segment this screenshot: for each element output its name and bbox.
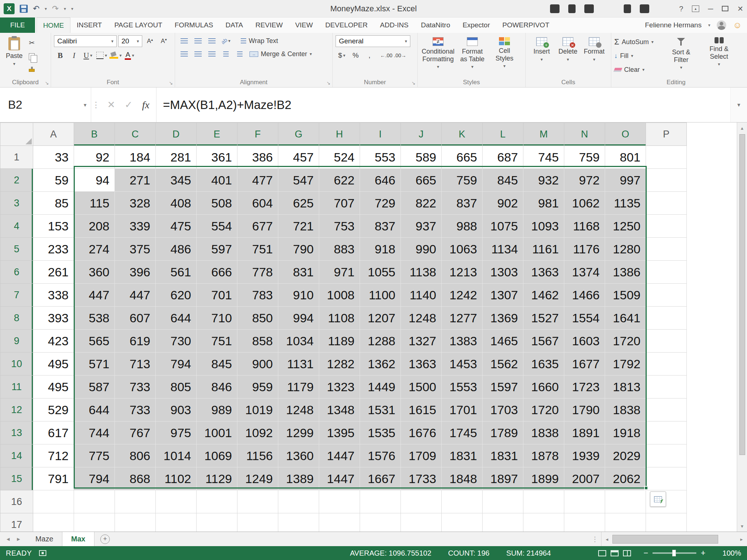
cell-A13[interactable]: 617: [33, 421, 74, 444]
row-header-7[interactable]: 7: [0, 284, 33, 307]
conditional-formatting-button[interactable]: ≠ Conditional Formatting ▾: [421, 35, 456, 78]
cell-G14[interactable]: 1360: [278, 444, 319, 467]
conditional-formatting-dropdown-icon[interactable]: ▾: [437, 65, 439, 70]
cell-I10[interactable]: 1362: [360, 353, 401, 376]
cell-D5[interactable]: 486: [156, 238, 197, 261]
cell-N9[interactable]: 1603: [564, 330, 605, 353]
sort-filter-button[interactable]: Sort & Filter ▾: [662, 35, 700, 78]
cell-P9[interactable]: [646, 330, 687, 353]
cell-C13[interactable]: 767: [115, 421, 156, 444]
cell-O17[interactable]: [605, 513, 646, 532]
row-header-2[interactable]: 2: [0, 169, 33, 192]
cell-I17[interactable]: [360, 513, 401, 532]
cell-E5[interactable]: 597: [197, 238, 237, 261]
cancel-formula-icon[interactable]: ✕: [107, 99, 115, 110]
cell-K11[interactable]: 1553: [442, 376, 483, 398]
cell-O7[interactable]: 1509: [605, 284, 646, 307]
cell-J10[interactable]: 1363: [401, 353, 442, 376]
cell-M15[interactable]: 1899: [523, 467, 564, 490]
tab-formulas[interactable]: FORMULAS: [169, 18, 220, 33]
row-header-16[interactable]: 16: [0, 490, 33, 513]
cell-I2[interactable]: 646: [360, 169, 401, 192]
cell-G1[interactable]: 457: [278, 146, 319, 169]
row-header-9[interactable]: 9: [0, 330, 33, 353]
cell-P13[interactable]: [646, 421, 687, 444]
cell-P1[interactable]: [646, 146, 687, 169]
cell-L16[interactable]: [483, 490, 523, 513]
cell-H16[interactable]: [319, 490, 360, 513]
cell-I7[interactable]: 1100: [360, 284, 401, 307]
percent-style-button[interactable]: %: [349, 50, 362, 61]
cell-M3[interactable]: 981: [523, 192, 564, 215]
cell-O14[interactable]: 2029: [605, 444, 646, 467]
cell-N1[interactable]: 759: [564, 146, 605, 169]
cell-J12[interactable]: 1615: [401, 398, 442, 421]
horizontal-scrollbar-thumb[interactable]: [612, 535, 718, 544]
cell-H15[interactable]: 1447: [319, 467, 360, 490]
zoom-out-icon[interactable]: −: [643, 549, 648, 557]
close-icon[interactable]: ✕: [737, 5, 743, 12]
cell-styles-dropdown-icon[interactable]: ▾: [503, 64, 506, 69]
cell-M11[interactable]: 1660: [523, 376, 564, 398]
cell-O15[interactable]: 2062: [605, 467, 646, 490]
cell-E13[interactable]: 1001: [197, 421, 237, 444]
cell-L8[interactable]: 1369: [483, 307, 523, 330]
cell-C1[interactable]: 184: [115, 146, 156, 169]
insert-function-icon[interactable]: fx: [142, 99, 150, 111]
cell-G9[interactable]: 1034: [278, 330, 319, 353]
cell-O5[interactable]: 1280: [605, 238, 646, 261]
insert-dropdown-icon[interactable]: ▾: [541, 57, 543, 62]
vertical-scrollbar[interactable]: ▴ ▾: [737, 122, 747, 532]
cell-N11[interactable]: 1723: [564, 376, 605, 398]
number-format-dropdown-icon[interactable]: ▾: [402, 39, 407, 44]
find-select-dropdown-icon[interactable]: ▾: [718, 62, 720, 67]
cell-D4[interactable]: 475: [156, 215, 197, 238]
cell-N16[interactable]: [564, 490, 605, 513]
cell-P8[interactable]: [646, 307, 687, 330]
cell-K14[interactable]: 1831: [442, 444, 483, 467]
cell-A3[interactable]: 85: [33, 192, 74, 215]
zoom-slider[interactable]: [653, 552, 696, 554]
paste-dropdown-icon[interactable]: ▾: [13, 62, 15, 67]
next-sheet-icon[interactable]: ▸: [17, 535, 20, 543]
sheet-tab-maze[interactable]: Maze: [27, 532, 62, 546]
cell-N6[interactable]: 1374: [564, 261, 605, 284]
cell-A12[interactable]: 529: [33, 398, 74, 421]
feedback-smiley-icon[interactable]: ☺: [733, 20, 742, 30]
cell-O6[interactable]: 1386: [605, 261, 646, 284]
format-dropdown-icon[interactable]: ▾: [593, 57, 595, 62]
cell-K10[interactable]: 1453: [442, 353, 483, 376]
tab-review[interactable]: REVIEW: [249, 18, 289, 33]
help-icon[interactable]: ?: [679, 5, 683, 12]
cell-G8[interactable]: 994: [278, 307, 319, 330]
cell-J14[interactable]: 1709: [401, 444, 442, 467]
cell-O13[interactable]: 1918: [605, 421, 646, 444]
delete-dropdown-icon[interactable]: ▾: [567, 57, 569, 62]
cell-M9[interactable]: 1567: [523, 330, 564, 353]
cell-E17[interactable]: [197, 513, 237, 532]
cell-J9[interactable]: 1327: [401, 330, 442, 353]
align-left-button[interactable]: [178, 48, 190, 59]
cell-D10[interactable]: 794: [156, 353, 197, 376]
cell-G2[interactable]: 547: [278, 169, 319, 192]
vertical-scrollbar-thumb[interactable]: [739, 134, 745, 455]
tab-insert[interactable]: INSERT: [70, 18, 108, 33]
cell-A7[interactable]: 338: [33, 284, 74, 307]
cell-L9[interactable]: 1465: [483, 330, 523, 353]
fill-dropdown-icon[interactable]: ▾: [631, 53, 633, 58]
cell-A2[interactable]: 59: [33, 169, 74, 192]
cell-C16[interactable]: [115, 490, 156, 513]
column-header-O[interactable]: O: [605, 123, 646, 146]
cell-K5[interactable]: 1063: [442, 238, 483, 261]
cell-P14[interactable]: [646, 444, 687, 467]
scroll-down-icon[interactable]: ▾: [737, 521, 747, 532]
format-as-table-button[interactable]: Format as Table ▾: [456, 35, 489, 78]
user-dropdown-icon[interactable]: ▾: [708, 23, 710, 28]
cell-O16[interactable]: [605, 490, 646, 513]
select-all-button[interactable]: [0, 123, 33, 146]
cell-A11[interactable]: 495: [33, 376, 74, 398]
cell-L5[interactable]: 1134: [483, 238, 523, 261]
cell-P12[interactable]: [646, 398, 687, 421]
maximize-icon[interactable]: [722, 6, 728, 11]
save-icon[interactable]: [20, 5, 28, 13]
